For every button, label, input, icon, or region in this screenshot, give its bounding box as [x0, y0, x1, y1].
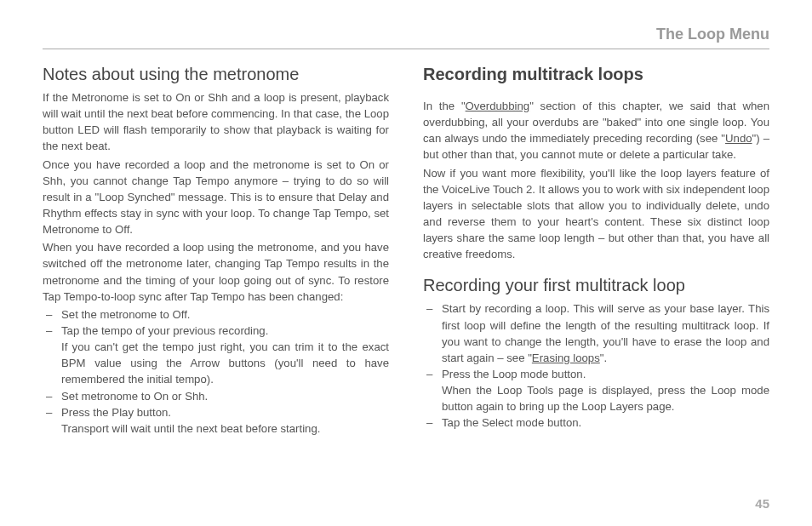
list-item-subtext: Transport will wait until the next beat … — [61, 420, 389, 437]
list-item-subtext: If you can't get the tempo just right, y… — [61, 339, 389, 387]
heading-multitrack: Recording multitrack loops — [423, 65, 769, 84]
para-metronome-3: When you have recorded a loop using the … — [43, 239, 389, 305]
text-fragment: In the " — [423, 100, 466, 112]
list-metronome-steps: Set the metronome to Off. Tap the tempo … — [43, 306, 389, 437]
list-item: Set metronome to On or Shh. — [43, 388, 389, 404]
list-item-text: Tap the tempo of your previous recording… — [61, 323, 389, 339]
para-multitrack-1: In the "Overdubbing" section of this cha… — [423, 98, 769, 163]
link-erasing-loops[interactable]: Erasing loops — [532, 352, 600, 364]
list-item-text: Press the Play button. — [61, 404, 389, 420]
list-item: Start by recording a loop. This will ser… — [423, 300, 769, 366]
heading-first-multitrack: Recording your first multitrack loop — [423, 276, 769, 295]
heading-metronome-notes: Notes about using the metronome — [43, 65, 389, 84]
para-metronome-1: If the Metronome is set to On or Shh and… — [43, 89, 389, 155]
para-metronome-2: Once you have recorded a loop and the me… — [43, 157, 389, 238]
list-item: Press the Loop mode button. When the Loo… — [423, 366, 769, 415]
list-item-text: Press the Loop mode button. — [442, 366, 769, 382]
text-fragment: ". — [600, 352, 607, 364]
list-first-multitrack: Start by recording a loop. This will ser… — [423, 300, 769, 431]
list-item-subtext: When the Loop Tools page is displayed, p… — [442, 382, 769, 415]
page-header: The Loop Menu — [43, 26, 769, 49]
list-item: Press the Play button. Transport will wa… — [43, 404, 389, 437]
para-multitrack-2: Now if you want more flexibility, you'll… — [423, 165, 769, 263]
list-item: Tap the Select mode button. — [423, 415, 769, 431]
page-number: 45 — [755, 496, 769, 511]
link-undo[interactable]: Undo — [725, 132, 752, 145]
link-overdubbing[interactable]: Overdubbing — [466, 100, 530, 112]
list-item: Tap the tempo of your previous recording… — [43, 323, 389, 388]
page-header-title: The Loop Menu — [656, 26, 769, 43]
list-item-text: Set metronome to On or Shh. — [61, 390, 208, 403]
content-columns: Notes about using the metronome If the M… — [43, 65, 769, 437]
list-item: Set the metronome to Off. — [43, 306, 389, 323]
left-column: Notes about using the metronome If the M… — [43, 65, 389, 437]
list-item-text: Set the metronome to Off. — [61, 308, 191, 321]
right-column: Recording multitrack loops In the "Overd… — [423, 65, 769, 437]
list-item-text: Tap the Select mode button. — [442, 416, 581, 429]
